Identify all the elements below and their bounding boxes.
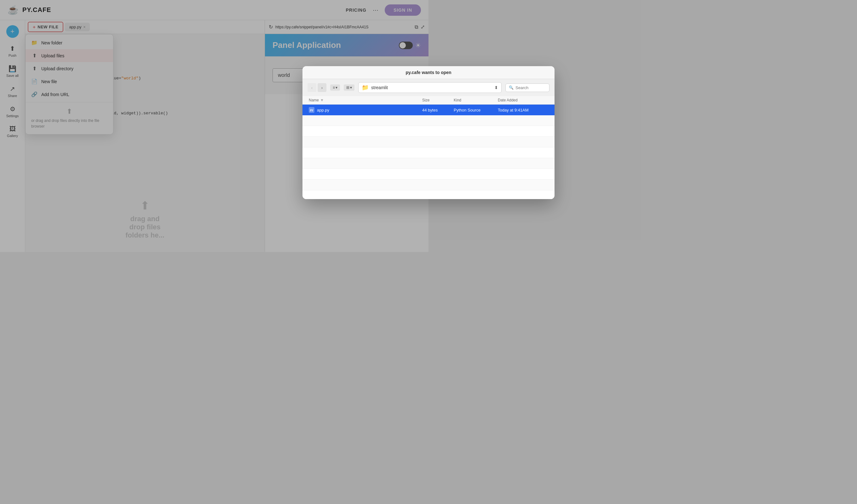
empty-row xyxy=(302,158,428,169)
file-list-header: Name ▼ Size Kind Date Added xyxy=(302,96,428,105)
col-size: Size xyxy=(422,98,428,102)
file-py-icon: py xyxy=(309,107,315,113)
grid-view-chevron: ▾ xyxy=(350,85,352,90)
file-size: 44 bytes xyxy=(422,108,428,113)
list-view-select[interactable]: ≡ ▾ xyxy=(330,84,340,91)
col-name: Name ▼ xyxy=(309,98,422,102)
file-dialog-overlay: py.cafe wants to open ‹ › ≡ ▾ ⊞ ▾ 📁 stre… xyxy=(0,0,428,252)
empty-row xyxy=(302,169,428,180)
folder-selector[interactable]: 📁 streamlit ⬍ xyxy=(358,82,428,93)
grid-view-select[interactable]: ⊞ ▾ xyxy=(344,84,354,91)
file-dialog-header: py.cafe wants to open xyxy=(302,66,428,79)
empty-row xyxy=(302,137,428,147)
toolbar-nav: ‹ › xyxy=(307,83,326,92)
file-row[interactable]: py app.py 44 bytes Python Source Today a… xyxy=(302,105,428,115)
list-view-chevron: ▾ xyxy=(336,85,337,90)
empty-row xyxy=(302,180,428,190)
list-view-icon: ≡ xyxy=(333,85,335,90)
nav-back-button[interactable]: ‹ xyxy=(307,83,316,92)
file-name-cell: py app.py xyxy=(309,107,422,113)
file-list-body: py app.py 44 bytes Python Source Today a… xyxy=(302,105,428,199)
empty-row xyxy=(302,115,428,126)
file-dialog-toolbar: ‹ › ≡ ▾ ⊞ ▾ 📁 streamlit ⬍ 🔍 xyxy=(302,79,428,96)
grid-view-icon: ⊞ xyxy=(346,85,349,90)
file-name: app.py xyxy=(317,108,329,113)
empty-row xyxy=(302,126,428,137)
empty-row xyxy=(302,147,428,158)
folder-icon: 📁 xyxy=(362,84,369,91)
file-dialog: py.cafe wants to open ‹ › ≡ ▾ ⊞ ▾ 📁 stre… xyxy=(302,66,428,199)
folder-name: streamlit xyxy=(371,85,428,90)
nav-forward-button[interactable]: › xyxy=(318,83,326,92)
